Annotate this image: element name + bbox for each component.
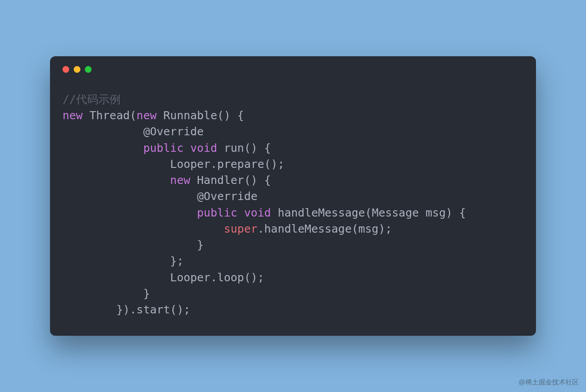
code-text: Looper.prepare(); bbox=[170, 158, 285, 171]
code-keyword-new: new bbox=[137, 109, 157, 122]
code-brace: }; bbox=[170, 254, 184, 267]
code-keyword-new: new bbox=[170, 174, 190, 187]
code-keyword-void: void bbox=[244, 206, 271, 219]
maximize-icon[interactable] bbox=[85, 66, 92, 73]
code-text: Runnable() { bbox=[157, 109, 244, 122]
code-text: }).start(); bbox=[116, 303, 190, 316]
code-indent bbox=[63, 206, 197, 219]
window-titlebar bbox=[50, 56, 536, 78]
code-keyword-public: public bbox=[143, 142, 184, 154]
code-text: run() { bbox=[217, 142, 271, 154]
code-indent bbox=[63, 254, 170, 267]
close-icon[interactable] bbox=[63, 66, 69, 73]
code-brace: } bbox=[197, 238, 204, 251]
code-keyword-void: void bbox=[190, 142, 217, 154]
code-space bbox=[184, 142, 190, 154]
code-window: //代码示例 new Thread(new Runnable() { @Over… bbox=[50, 56, 536, 336]
code-indent bbox=[63, 142, 143, 154]
code-indent bbox=[63, 303, 116, 316]
code-text: handleMessage(Message msg) { bbox=[271, 206, 466, 219]
code-comment: //代码示例 bbox=[63, 93, 121, 106]
code-indent bbox=[63, 158, 170, 171]
code-indent bbox=[63, 238, 197, 251]
code-keyword-new: new bbox=[63, 109, 83, 122]
code-indent bbox=[63, 222, 224, 235]
code-annotation: @Override bbox=[197, 190, 257, 203]
code-indent bbox=[63, 174, 170, 187]
code-annotation: @Override bbox=[143, 125, 204, 138]
watermark-text: @稀土掘金技术社区 bbox=[519, 378, 579, 387]
code-text: Looper.loop(); bbox=[170, 271, 264, 284]
code-indent bbox=[63, 271, 170, 284]
code-text: Thread( bbox=[83, 109, 136, 122]
code-keyword-super: super bbox=[224, 222, 257, 235]
code-space bbox=[237, 206, 244, 219]
code-keyword-public: public bbox=[197, 206, 237, 219]
code-indent bbox=[63, 190, 197, 203]
code-block: //代码示例 new Thread(new Runnable() { @Over… bbox=[50, 78, 536, 318]
code-brace: } bbox=[143, 287, 150, 300]
code-text: Handler() { bbox=[190, 174, 271, 187]
code-indent bbox=[63, 125, 143, 138]
code-text: .handleMessage(msg); bbox=[258, 222, 392, 235]
minimize-icon[interactable] bbox=[74, 66, 80, 73]
code-indent bbox=[63, 287, 143, 300]
